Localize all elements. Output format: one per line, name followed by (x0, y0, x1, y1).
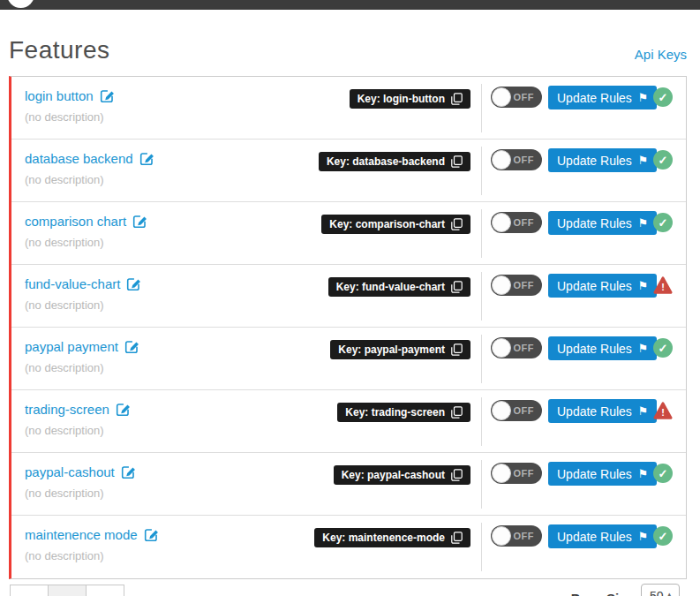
feature-name-link[interactable]: fund-value-chart (25, 276, 120, 291)
page-size-control: Page Size 50 ▴▾ (571, 584, 680, 596)
page-size-value: 50 (650, 589, 664, 596)
feature-key-badge[interactable]: Key: paypal-cashout (334, 465, 470, 485)
update-rules-button[interactable]: Update Rules ⚑ (548, 336, 657, 360)
status-warning-icon: ! (653, 401, 673, 420)
edit-icon[interactable] (121, 464, 136, 479)
flag-icon: ⚑ (638, 531, 649, 542)
toggle-knob[interactable] (492, 526, 511, 546)
feature-name-line: comparison chart (25, 214, 147, 229)
pagination-next-button[interactable] (86, 585, 124, 596)
feature-key-badge[interactable]: Key: comparison-chart (321, 215, 470, 234)
feature-name-link[interactable]: comparison chart (25, 214, 126, 229)
edit-icon[interactable] (124, 339, 139, 354)
edit-icon[interactable] (144, 527, 159, 542)
feature-key-badge[interactable]: Key: fund-value-chart (328, 277, 470, 297)
update-rules-button[interactable]: Update Rules ⚑ (548, 86, 657, 109)
edit-icon[interactable] (116, 402, 131, 417)
toggle-knob[interactable] (492, 87, 511, 107)
update-rules-button[interactable]: Update Rules ⚑ (548, 274, 657, 298)
toggle-state-label: OFF (514, 155, 535, 165)
status-ok-icon: ✓ (653, 213, 673, 232)
edit-icon[interactable] (139, 151, 154, 166)
feature-info: paypal payment (no description) (25, 339, 139, 374)
edit-icon[interactable] (132, 214, 147, 229)
copy-icon[interactable] (451, 406, 463, 419)
feature-name-link[interactable]: trading-screen (25, 402, 109, 417)
flag-icon: ⚑ (638, 217, 649, 229)
feature-name-link[interactable]: login button (25, 88, 94, 103)
feature-description: (no description) (25, 487, 136, 500)
feature-name-link[interactable]: maintenence mode (25, 527, 138, 542)
pagination-prev-button[interactable] (10, 585, 49, 596)
toggle-knob[interactable] (492, 464, 511, 483)
flag-icon: ⚑ (638, 155, 649, 166)
update-rules-button[interactable]: Update Rules ⚑ (548, 462, 657, 486)
copy-icon[interactable] (451, 532, 463, 544)
toggle-knob[interactable] (492, 275, 511, 295)
toggle-knob[interactable] (492, 401, 511, 420)
feature-info: database backend (no description) (25, 151, 154, 186)
feature-info: maintenence mode (no description) (25, 527, 159, 562)
copy-icon[interactable] (451, 343, 463, 356)
feature-key-badge[interactable]: Key: maintenence-mode (314, 528, 470, 547)
feature-key-badge[interactable]: Key: trading-screen (337, 403, 470, 422)
feature-row: maintenence mode (no description) Key: m… (11, 516, 686, 578)
page-title: Features (9, 36, 110, 64)
toggle-state-label: OFF (514, 343, 535, 353)
copy-icon[interactable] (451, 155, 463, 168)
feature-toggle[interactable]: OFF (491, 275, 542, 296)
feature-key-label: Key: trading-screen (345, 406, 445, 419)
update-rules-label: Update Rules (557, 467, 632, 481)
feature-toggle[interactable]: OFF (491, 525, 542, 547)
feature-toggle[interactable]: OFF (491, 212, 542, 233)
pagination-page-button-current[interactable] (48, 585, 87, 596)
update-rules-label: Update Rules (557, 530, 632, 544)
feature-info: paypal-cashout (no description) (25, 464, 136, 500)
feature-key-badge[interactable]: Key: paypal-payment (330, 340, 470, 359)
feature-toggle[interactable]: OFF (491, 463, 542, 484)
update-rules-button[interactable]: Update Rules ⚑ (548, 148, 657, 172)
feature-toggle[interactable]: OFF (491, 149, 542, 170)
copy-icon[interactable] (451, 469, 463, 481)
feature-key-label: Key: fund-value-chart (336, 281, 445, 293)
divider (481, 460, 482, 509)
update-rules-button[interactable]: Update Rules ⚑ (548, 211, 657, 235)
update-rules-button[interactable]: Update Rules ⚑ (548, 524, 657, 548)
update-rules-label: Update Rules (557, 154, 632, 168)
toggle-knob[interactable] (492, 213, 511, 232)
feature-name-link[interactable]: paypal-cashout (25, 464, 115, 479)
copy-icon[interactable] (451, 281, 463, 293)
feature-name-line: maintenence mode (25, 527, 159, 542)
feature-key-badge[interactable]: Key: login-button (350, 89, 470, 109)
feature-name-link[interactable]: paypal payment (25, 339, 118, 354)
api-keys-link[interactable]: Api Keys (635, 47, 687, 62)
feature-info: fund-value-chart (no description) (25, 276, 141, 312)
status-ok-icon: ✓ (653, 338, 673, 358)
update-rules-label: Update Rules (557, 279, 632, 293)
feature-row: database backend (no description) Key: d… (11, 140, 686, 202)
copy-icon[interactable] (451, 93, 463, 105)
copy-icon[interactable] (451, 218, 463, 230)
pagination (10, 585, 124, 596)
feature-description: (no description) (25, 424, 131, 437)
feature-description: (no description) (25, 110, 115, 124)
feature-toggle[interactable]: OFF (491, 400, 542, 421)
feature-toggle[interactable]: OFF (491, 337, 542, 358)
update-rules-label: Update Rules (557, 342, 632, 356)
toggle-state-label: OFF (514, 217, 535, 228)
toggle-knob[interactable] (492, 338, 511, 358)
edit-icon[interactable] (126, 276, 141, 291)
divider (481, 335, 482, 383)
flag-icon: ⚑ (638, 280, 649, 291)
feature-description: (no description) (25, 236, 147, 249)
status-ok-icon: ✓ (653, 464, 673, 483)
edit-icon[interactable] (100, 88, 115, 103)
feature-name-link[interactable]: database backend (25, 151, 133, 166)
update-rules-button[interactable]: Update Rules ⚑ (548, 399, 657, 423)
feature-info: login button (no description) (25, 88, 115, 124)
toggle-knob[interactable] (492, 150, 511, 170)
logo[interactable] (7, 0, 34, 8)
feature-toggle[interactable]: OFF (491, 87, 542, 108)
feature-key-badge[interactable]: Key: database-backend (319, 152, 470, 171)
page-size-select[interactable]: 50 ▴▾ (641, 584, 680, 596)
